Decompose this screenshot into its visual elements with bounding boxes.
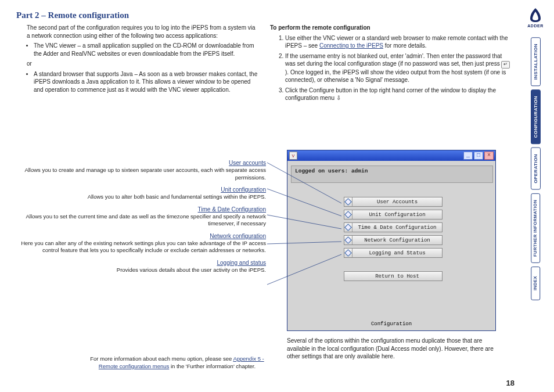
link-logging-status[interactable]: Logging and status [217,260,266,266]
maximize-icon[interactable]: □ [474,152,483,160]
link-connecting[interactable]: Connecting to the iPEPS [319,42,383,49]
link-user-accounts[interactable]: User accounts [229,160,266,166]
tab-operation[interactable]: OPERATION [531,148,541,190]
bullet-vnc: The VNC viewer – a small application sup… [34,42,260,57]
menu-return-to-host[interactable]: Return to Host [344,271,443,281]
section-heading: Part 2 – Remote configuration [16,10,513,20]
logged-on-bar: Logged on users: admin [291,166,493,183]
tab-further-information[interactable]: FURTHER INFORMATION [531,193,540,263]
link-time-date[interactable]: Time & Date Configuration [198,206,266,213]
menu-logging-status[interactable]: Logging and Status [344,248,443,258]
callouts-block: User accounts Allows you to create and m… [16,159,266,278]
page-content: Part 2 – Remote configuration The second… [0,0,519,392]
step-3: Click the Configure button in the top ri… [285,87,513,102]
vnc-window: V _ □ × Logged on users: admin User Acco… [287,150,496,331]
brand-name: ADDER [527,24,543,28]
tab-installation[interactable]: INSTALLATION [531,37,541,86]
close-icon[interactable]: × [484,152,494,160]
callout-network-configuration: Network configuration Here you can alter… [16,232,266,254]
window-icon: V [289,152,297,160]
callout-user-accounts: User accounts Allows you to create and m… [16,159,266,181]
enter-key-icon: ↵ [501,61,510,69]
more-info-note: For more information about each menu opt… [87,355,267,371]
perform-heading: To perform the remote configuration [270,24,513,32]
minimize-icon[interactable]: _ [463,152,473,160]
left-column: The second part of the configuration req… [16,24,260,105]
sidebar-nav: ADDER INSTALLATION CONFIGURATION OPERATI… [519,0,554,392]
or-text: or [27,60,260,68]
window-footer-label: Configuration [287,321,495,327]
step-1: Use either the VNC viewer or a standard … [285,34,513,50]
tab-configuration[interactable]: CONFIGURATION [531,89,541,144]
page-number: 18 [506,379,515,387]
menu-unit-configuration[interactable]: Unit Configuration [344,210,443,220]
menu-time-date[interactable]: Time & Date Configuration [344,222,443,232]
menu-network-configuration[interactable]: Network Configuration [344,235,443,245]
menu-user-accounts[interactable]: User Accounts [344,197,443,207]
bullet-browser: A standard browser that supports Java – … [34,70,260,94]
callout-logging-status: Logging and status Provides various deta… [16,259,266,274]
brand-logo: ADDER [524,7,547,30]
step-2: If the username entry is not blanked out… [285,52,513,84]
right-column: To perform the remote configuration Use … [270,24,513,105]
duplicate-options-note: Several of the options within the config… [287,337,496,361]
window-titlebar: V _ □ × [287,150,495,161]
intro-text: The second part of the configuration req… [27,24,260,39]
tab-index[interactable]: INDEX [531,267,540,300]
callout-time-date: Time & Date Configuration Allows you to … [16,206,266,228]
link-unit-configuration[interactable]: Unit configuration [221,186,266,193]
link-network-configuration[interactable]: Network configuration [210,233,266,239]
callout-unit-configuration: Unit configuration Allows you to alter b… [16,186,266,201]
